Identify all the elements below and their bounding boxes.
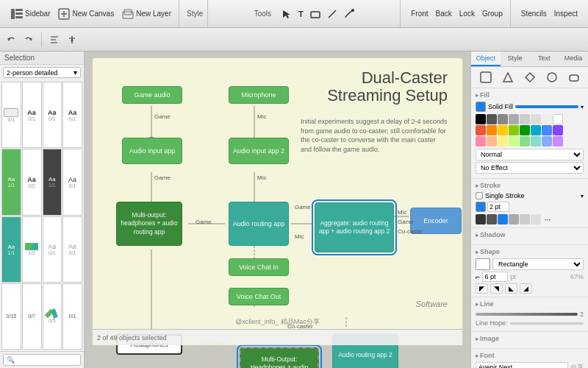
color-green[interactable] xyxy=(520,125,530,135)
sc-5[interactable] xyxy=(520,214,530,224)
group-button[interactable]: Group xyxy=(479,8,506,19)
shape-dropdown[interactable]: 2-person detailed ▾ xyxy=(3,67,81,78)
shape-item[interactable]: Aa0/1 xyxy=(62,216,82,283)
line-weight-slider[interactable] xyxy=(476,313,578,316)
blend-mode-select[interactable]: Normal Multiply Screen xyxy=(476,149,584,160)
pen-tool[interactable] xyxy=(341,7,357,21)
color-yellow[interactable] xyxy=(498,125,508,135)
effect-select[interactable]: No Effect Drop Shadow xyxy=(476,162,584,174)
align-bl[interactable]: ◣ xyxy=(505,283,517,294)
sc-1[interactable] xyxy=(476,214,486,224)
geom-icon-2[interactable] xyxy=(499,70,517,85)
stencils-button[interactable]: Stencils xyxy=(518,8,550,19)
sc-2[interactable] xyxy=(487,214,497,224)
geom-icon-3[interactable] xyxy=(521,70,539,85)
shape-item[interactable]: Aa0/1 xyxy=(43,82,62,148)
shape-item[interactable]: 0/5 xyxy=(43,283,62,350)
stroke-color-swatch[interactable] xyxy=(476,202,486,212)
multi-output-node[interactable]: Multi-output: headphones + audio routing… xyxy=(116,202,182,246)
color-darkgray[interactable] xyxy=(487,114,497,124)
audio-input-app2-node[interactable]: Audio input app 2 xyxy=(229,138,289,164)
tab-media[interactable]: Media xyxy=(559,52,588,66)
shape-item[interactable]: Aa0/1 xyxy=(43,216,62,283)
shape-item[interactable]: 0/1 xyxy=(62,283,82,350)
color-purple[interactable] xyxy=(553,125,563,135)
tab-text[interactable]: Text xyxy=(530,52,559,66)
shape-type-select[interactable]: Rectangle Rounded Oval xyxy=(492,258,584,270)
color-lavender[interactable] xyxy=(553,136,563,146)
stroke-width-input[interactable] xyxy=(487,202,509,212)
undo-button[interactable] xyxy=(3,33,19,46)
shape-item[interactable]: 0/1 xyxy=(1,82,21,148)
align-center-button[interactable] xyxy=(64,33,80,46)
shape-item[interactable]: 1/2 xyxy=(22,216,42,283)
align-br[interactable]: ◢ xyxy=(520,283,532,294)
audio-input-app-node[interactable]: Audio input app xyxy=(122,138,182,164)
text-tool[interactable]: T xyxy=(295,7,306,21)
search-input[interactable] xyxy=(3,354,81,366)
color-blue[interactable] xyxy=(542,125,552,135)
corner-radius-input[interactable] xyxy=(482,272,508,282)
color-silver[interactable] xyxy=(520,114,530,124)
voice-chat-in-node[interactable]: Voice Chat In xyxy=(229,258,289,276)
shape-item[interactable]: Aa0/2 xyxy=(22,149,42,215)
fill-expand-icon[interactable]: ▾ xyxy=(581,104,584,110)
geom-icon-4[interactable] xyxy=(543,70,561,85)
color-nearlwhite[interactable] xyxy=(542,114,552,124)
shape-item[interactable]: 0/15 xyxy=(1,283,21,350)
geom-icon-5[interactable] xyxy=(565,70,583,85)
color-pink[interactable] xyxy=(476,136,486,146)
color-lightgray[interactable] xyxy=(509,114,519,124)
geom-icon-1[interactable] xyxy=(477,70,495,85)
line-tool[interactable] xyxy=(324,7,340,21)
color-orange[interactable] xyxy=(487,125,497,135)
color-skyblue[interactable] xyxy=(542,136,552,146)
color-teal[interactable] xyxy=(531,125,541,135)
aggregate-node[interactable]: Aggregate: audio routing app + audio rou… xyxy=(315,202,394,252)
shape-item[interactable]: Aa1/1 xyxy=(43,149,62,215)
color-lightlime[interactable] xyxy=(509,136,519,146)
audio-routing-app-node[interactable]: Audio routing app xyxy=(229,202,289,246)
align-tl[interactable]: ◤ xyxy=(476,283,488,294)
shape-item[interactable]: Aa1/1 xyxy=(1,216,21,283)
stroke-dots-icon[interactable]: ··· xyxy=(542,214,553,224)
inspect-button[interactable]: Inspect xyxy=(551,8,581,19)
sc-6[interactable] xyxy=(531,214,541,224)
color-verylightgray[interactable] xyxy=(531,114,541,124)
align-left-button[interactable] xyxy=(46,33,62,46)
multi-output2-node[interactable]: Multi-Output: Headphones + audio routing… xyxy=(240,347,319,368)
color-white[interactable] xyxy=(553,114,563,124)
line-hope-slider[interactable] xyxy=(510,322,584,325)
fill-swatch[interactable] xyxy=(476,102,486,112)
back-button[interactable]: Back xyxy=(433,8,455,19)
tab-object[interactable]: Object xyxy=(471,52,501,66)
front-button[interactable]: Front xyxy=(408,8,431,19)
color-seafoam[interactable] xyxy=(531,136,541,146)
new-canvas-button[interactable]: New Canvas xyxy=(54,6,117,22)
color-red[interactable] xyxy=(476,125,486,135)
color-peach[interactable] xyxy=(487,136,497,146)
sidebar-button[interactable]: Sidebar xyxy=(7,6,53,22)
canvas-area[interactable]: Game audio Microphone Game Mic Audio inp… xyxy=(85,52,470,368)
sc-3[interactable] xyxy=(498,214,508,224)
stroke-checkbox[interactable] xyxy=(476,192,483,199)
shape-tool[interactable] xyxy=(307,7,323,21)
shape-item[interactable]: Aa0/1 xyxy=(62,149,82,215)
sc-4[interactable] xyxy=(509,214,519,224)
lock-button[interactable]: Lock xyxy=(456,8,478,19)
select-tool[interactable] xyxy=(279,7,295,21)
color-lime[interactable] xyxy=(509,125,519,135)
font-family-input[interactable] xyxy=(476,362,568,368)
new-layer-button[interactable]: New Layer xyxy=(118,6,174,22)
shape-item[interactable]: 0/7 xyxy=(22,283,42,350)
color-cream[interactable] xyxy=(498,136,508,146)
stroke-expand-icon[interactable]: ▾ xyxy=(581,193,584,199)
shape-item[interactable]: Aa0/1 xyxy=(22,82,42,148)
game-audio-node[interactable]: Game audio xyxy=(122,86,182,104)
align-tr[interactable]: ◥ xyxy=(490,283,503,294)
color-lightgreen[interactable] xyxy=(520,136,530,146)
color-gray[interactable] xyxy=(498,114,508,124)
voice-chat-out-node[interactable]: Voice Chat Out xyxy=(229,288,289,305)
tab-style[interactable]: Style xyxy=(501,52,530,66)
shape-item[interactable]: Aa0/1 xyxy=(62,82,82,148)
